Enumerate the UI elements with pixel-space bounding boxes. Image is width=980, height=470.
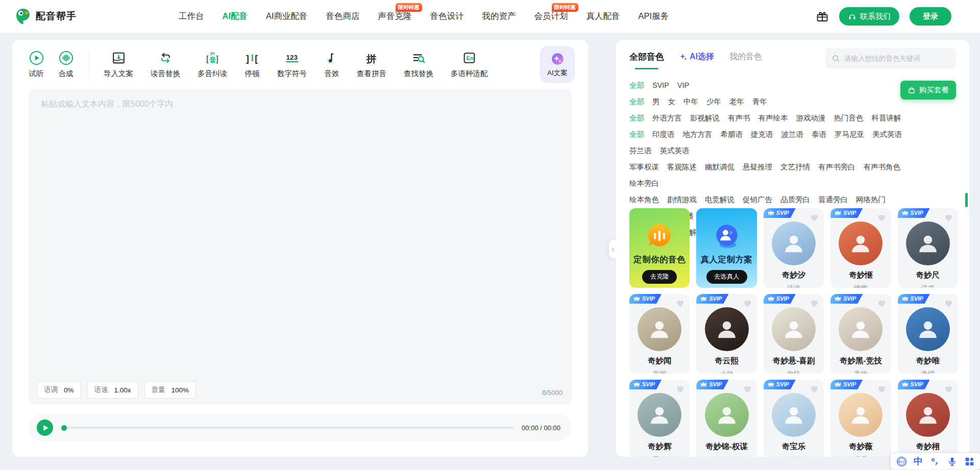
filter-lead[interactable]: 全部 (629, 77, 644, 93)
voice-card[interactable]: SVIP奇妙唯激情 (898, 294, 958, 374)
favorite-heart-icon[interactable] (877, 213, 887, 222)
filter-tag[interactable]: 文艺抒情 (780, 159, 810, 175)
filter-tag[interactable]: 热门音色 (834, 110, 864, 126)
tool-waveform-circle[interactable]: 合成 (58, 51, 74, 79)
favorite-heart-icon[interactable] (675, 384, 685, 394)
filter-tag[interactable]: 罗马尼亚 (835, 126, 864, 142)
voice-tab[interactable]: 全部音色 (629, 51, 664, 64)
tool-import-doc[interactable]: 导入文案 (104, 51, 133, 79)
filter-tag[interactable]: 少年 (706, 93, 721, 110)
nav-item[interactable]: API服务 (639, 11, 669, 22)
punctuation-icon[interactable] (929, 456, 940, 467)
tool-polyphonic[interactable]: []音yīn多音纠读 (198, 51, 227, 79)
nav-item[interactable]: 真人配音 (586, 11, 620, 22)
filter-tag[interactable]: 老年 (729, 93, 744, 110)
tool-multilang[interactable]: En多语种适配 (451, 51, 488, 79)
play-button[interactable] (37, 419, 53, 436)
favorite-heart-icon[interactable] (743, 384, 752, 394)
contact-us-button[interactable]: 联系我们 (839, 7, 899, 26)
tool-pinyin[interactable]: 拼查看拼音 (357, 51, 386, 79)
filter-tag[interactable]: 客观陈述 (667, 159, 697, 175)
filter-tag[interactable]: 军事权谋 (629, 159, 659, 175)
filter-tag[interactable]: 有声书 (728, 110, 750, 126)
filter-tag[interactable]: 中年 (683, 93, 698, 110)
tool-play-circle[interactable]: 试听 (29, 51, 44, 79)
filter-tag[interactable]: 外语方言 (652, 110, 682, 126)
favorite-heart-icon[interactable] (944, 384, 953, 394)
voice-card[interactable]: SVIP奇云熙小帅 (696, 294, 756, 374)
filter-tag[interactable]: 男 (652, 93, 660, 110)
tool-replace-loop[interactable]: 读音替换 (151, 51, 180, 79)
filter-tag[interactable]: 剧情游戏 (667, 191, 697, 208)
nav-item[interactable]: 会员计划限时特惠 (534, 11, 568, 22)
filter-tag[interactable]: 游戏动漫 (796, 110, 826, 126)
tool-numbers[interactable]: 123数字符号 (277, 51, 307, 79)
voice-card[interactable]: SVIP奇宝乐活泼 (764, 380, 824, 457)
filter-tag[interactable]: 促销广告 (743, 191, 772, 208)
filter-tag[interactable]: 英式英语 (660, 142, 690, 159)
promo-action-button[interactable]: 去克隆 (642, 270, 677, 284)
promo-card[interactable]: ♪真人定制方案去选真人 (696, 208, 756, 288)
keyboard-grid-icon[interactable] (964, 456, 975, 467)
progress-knob[interactable] (61, 425, 67, 431)
filter-tag[interactable]: 波兰语 (781, 126, 804, 142)
filter-tag[interactable]: VIP (677, 77, 689, 93)
filter-lead[interactable]: 全部 (629, 126, 644, 142)
progress-bar[interactable] (61, 427, 513, 429)
filter-tag[interactable]: 有声书角色 (864, 159, 901, 175)
voice-card[interactable]: SVIP奇妙栩走心 (898, 380, 958, 457)
buy-package-button[interactable]: 购买套餐 (900, 81, 956, 100)
promo-action-button[interactable]: 去选真人 (706, 270, 747, 284)
filter-tag[interactable]: 普通旁白 (818, 191, 848, 208)
favorite-heart-icon[interactable] (810, 213, 819, 222)
nav-item[interactable]: AI商业配音 (266, 11, 308, 22)
filter-tag[interactable]: 泰语 (812, 126, 826, 142)
ifly-logo-icon[interactable]: iFLY (896, 456, 907, 467)
filter-tag[interactable]: 有声书旁白 (818, 159, 855, 175)
filter-lead[interactable]: 全部 (629, 110, 644, 126)
nav-item[interactable]: 音色设计 (430, 11, 464, 22)
filter-tag[interactable]: 地方方言 (683, 126, 713, 142)
voice-tab[interactable]: 我的音色 (729, 52, 762, 63)
tool-sound-effect[interactable]: 音效 (324, 51, 339, 79)
nav-item[interactable]: 工作台 (179, 11, 204, 22)
filter-tag[interactable]: 幽默调侃 (705, 159, 734, 175)
microphone-icon[interactable] (947, 456, 958, 467)
script-textarea[interactable] (29, 89, 572, 405)
ai-copy-button[interactable]: AI文案 (540, 46, 575, 83)
favorite-heart-icon[interactable] (877, 384, 887, 394)
login-button[interactable]: 登录 (910, 7, 951, 26)
voice-card[interactable]: SVIP奇妙汐活泼 (764, 208, 824, 288)
voice-card[interactable]: SVIP奇妙闻新闻 (629, 294, 690, 374)
control-box[interactable]: 语速1.00x (87, 381, 138, 399)
filter-tag[interactable]: 品质旁白 (780, 191, 810, 208)
collapse-panel-handle[interactable]: › (609, 240, 617, 258)
filter-tag[interactable]: 电竞解说 (705, 191, 734, 208)
filter-tag[interactable]: 女 (668, 93, 676, 110)
nav-item[interactable]: AI配音 (223, 11, 248, 22)
voice-card[interactable]: SVIP奇妙惬慵懒 (830, 208, 891, 288)
filter-tag[interactable]: 捷克语 (751, 126, 773, 142)
filter-tag[interactable]: 有声绘本 (758, 110, 788, 126)
voice-card[interactable]: SVIP奇妙辉正式 (629, 380, 690, 457)
favorite-heart-icon[interactable] (810, 384, 819, 394)
scrollbar-thumb[interactable] (965, 193, 968, 207)
filter-tag[interactable]: 绘本旁白 (629, 175, 659, 191)
voice-card[interactable]: SVIP奇妙悬-喜剧欢快 (764, 294, 824, 374)
filter-tag[interactable]: SVIP (652, 77, 669, 93)
favorite-heart-icon[interactable] (810, 299, 819, 308)
nav-item[interactable]: 我的资产 (482, 11, 516, 22)
voice-card[interactable]: SVIP奇妙黑-竞技竞技 (830, 294, 891, 374)
filter-tag[interactable]: 希腊语 (721, 126, 743, 142)
nav-item[interactable]: 声音克隆限时特惠 (378, 11, 412, 22)
favorite-heart-icon[interactable] (877, 299, 887, 308)
favorite-heart-icon[interactable] (743, 299, 752, 308)
control-box[interactable]: 音量100% (144, 381, 197, 399)
voice-card[interactable]: SVIP奇妙薇温柔 (830, 380, 891, 457)
brand-logo[interactable]: 配音帮手 (14, 8, 77, 25)
voice-card[interactable]: SVIP奇妙尺讲书 (898, 208, 958, 288)
filter-tag[interactable]: 绘本角色 (629, 191, 659, 208)
nav-item[interactable]: 音色商店 (326, 11, 360, 22)
voice-search-input[interactable] (844, 55, 950, 62)
tool-pause-brackets[interactable]: ][停顿 (244, 51, 260, 79)
